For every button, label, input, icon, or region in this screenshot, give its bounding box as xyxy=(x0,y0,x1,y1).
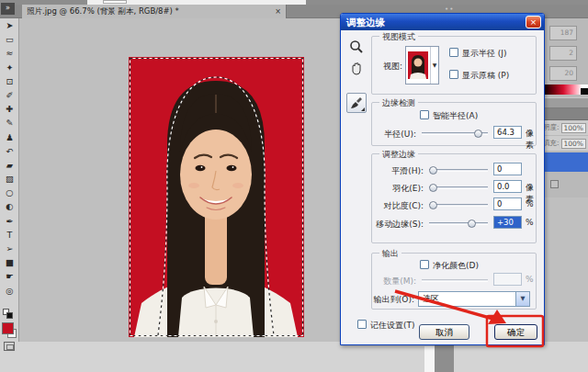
edge-detection-group: 边缘检测 智能半径(A) 半径(U): 64.3 像素 xyxy=(371,102,537,146)
quick-selection-tool[interactable]: ✦ xyxy=(0,61,19,74)
radius-slider[interactable] xyxy=(422,132,488,135)
magnifier-icon xyxy=(349,39,364,54)
remember-settings-checkbox[interactable] xyxy=(357,320,367,329)
view-thumbnail-dropdown[interactable]: ▼ xyxy=(405,46,439,85)
shift-edge-slider[interactable] xyxy=(429,222,488,225)
right-panel-dock: 187 2 20 不透明度: 100% 填充: 100% xyxy=(545,18,588,197)
combo-arrow-icon[interactable]: ▼ xyxy=(515,292,529,306)
color-value-g[interactable]: 2 xyxy=(549,46,577,61)
refine-radius-brush-tool[interactable] xyxy=(346,93,367,113)
shift-edge-value-field[interactable]: +30 xyxy=(493,216,522,229)
fill-value[interactable]: 100% xyxy=(561,139,586,149)
dialog-close-icon[interactable]: × xyxy=(526,16,541,28)
smooth-slider-thumb[interactable] xyxy=(429,166,437,175)
panel-collapse-button[interactable]: » xyxy=(1,3,15,15)
adjust-edge-group: 调整边缘 平滑(H): 0 羽化(E): 0.0 像素 对比度(C): 0 % … xyxy=(371,153,537,243)
shape-tool[interactable]: ■ xyxy=(0,255,19,269)
document-tab[interactable]: 照片.jpg @ 66.7% (背景 副本, RGB/8#) * × xyxy=(22,5,287,18)
view-mode-legend: 视图模式 xyxy=(379,31,418,43)
zoom-tool[interactable]: ◎ xyxy=(0,284,19,298)
opacity-value[interactable]: 100% xyxy=(561,123,586,133)
options-mini-field xyxy=(103,0,127,4)
contrast-unit: % xyxy=(526,199,534,209)
gradient-tool[interactable]: ▨ xyxy=(0,172,19,186)
tab-close-icon[interactable]: × xyxy=(275,7,281,16)
show-original-checkbox[interactable] xyxy=(449,70,458,79)
fill-label: 填充: xyxy=(545,139,560,148)
cancel-button[interactable]: 取消 xyxy=(419,324,469,340)
foreground-color-swatch[interactable] xyxy=(2,322,14,334)
healing-brush-tool[interactable]: ✚ xyxy=(0,102,19,116)
brush-tool[interactable]: ✎ xyxy=(0,116,19,130)
feather-slider[interactable] xyxy=(429,186,488,189)
decontaminate-colors-checkbox[interactable] xyxy=(420,260,429,269)
tools-panel: ➤▭≈✦⊡✐✚✎♟↶▰▨○◐✒T➢■☛◎ xyxy=(0,18,19,342)
output-to-label: 输出到(O): xyxy=(367,294,414,306)
contrast-slider[interactable] xyxy=(429,204,488,207)
refine-edge-dialog: 调整边缘 × 视图模式 视图: ▼ xyxy=(340,13,545,345)
dialog-hand-tool[interactable] xyxy=(346,60,367,80)
feather-slider-thumb[interactable] xyxy=(429,184,437,192)
color-ramp-black-swatch[interactable] xyxy=(581,88,588,95)
smart-radius-checkbox[interactable] xyxy=(420,110,429,119)
marquee-tool[interactable]: ▭ xyxy=(0,32,19,46)
pen-tool[interactable]: ✒ xyxy=(0,214,19,228)
lasso-tool[interactable]: ≈ xyxy=(0,46,19,60)
tab-bar-dots: •• xyxy=(445,6,454,13)
color-value-r[interactable]: 187 xyxy=(549,26,577,40)
contrast-label: 对比度(C): xyxy=(372,200,424,212)
contrast-slider-thumb[interactable] xyxy=(429,201,437,209)
ok-button[interactable]: 确定 xyxy=(494,324,537,340)
smart-radius-label: 智能半径(A) xyxy=(433,110,478,122)
blur-tool[interactable]: ○ xyxy=(0,186,19,199)
photo-document[interactable] xyxy=(129,57,304,337)
background-white-block xyxy=(424,346,435,372)
panel-header[interactable] xyxy=(545,97,588,108)
contrast-value-field[interactable]: 0 xyxy=(493,197,522,210)
document-title: 照片.jpg @ 66.7% (背景 副本, RGB/8#) * xyxy=(27,6,271,17)
remember-settings-label: 记住设置(T) xyxy=(370,320,415,332)
path-select-tool[interactable]: ➢ xyxy=(0,242,19,255)
smooth-slider[interactable] xyxy=(429,169,488,172)
layers-opacity-row: 不透明度: 100% xyxy=(545,120,588,135)
view-dropdown-arrow-icon[interactable]: ▼ xyxy=(430,47,438,84)
amount-slider xyxy=(422,279,488,282)
color-value-b[interactable]: 20 xyxy=(549,66,577,81)
view-thumbnail-image xyxy=(408,49,428,82)
radius-slider-thumb[interactable] xyxy=(474,130,482,138)
view-mode-group: 视图模式 视图: ▼ 显示半径 (J) 显示原稿 (P) xyxy=(371,36,537,95)
feather-value-field[interactable]: 0.0 xyxy=(493,180,522,193)
tool-flyout-indicator xyxy=(361,107,365,111)
output-to-dropdown[interactable]: 选区 ▼ xyxy=(418,291,530,307)
shift-edge-slider-thumb[interactable] xyxy=(468,220,476,228)
radius-unit: 像素 xyxy=(526,128,536,152)
screen-mode-icon[interactable] xyxy=(4,342,15,351)
selected-layer-row[interactable] xyxy=(545,152,588,172)
eyedropper-tool[interactable]: ✐ xyxy=(0,88,19,102)
edge-detection-legend: 边缘检测 xyxy=(379,97,418,109)
crop-tool[interactable]: ⊡ xyxy=(0,74,19,88)
show-original-label: 显示原稿 (P) xyxy=(462,70,509,82)
amount-unit: % xyxy=(526,275,534,284)
dodge-tool[interactable]: ◐ xyxy=(0,199,19,213)
radius-label: 半径(U): xyxy=(379,129,416,141)
shift-edge-label: 移动边缘(S): xyxy=(363,219,424,231)
swap-colors-icon[interactable] xyxy=(6,312,13,319)
layer-panel-icon[interactable] xyxy=(550,180,559,188)
output-legend: 输出 xyxy=(379,248,401,260)
eraser-tool[interactable]: ▰ xyxy=(0,158,19,172)
show-radius-checkbox[interactable] xyxy=(449,48,458,57)
hand-icon xyxy=(349,62,364,76)
hand-tool[interactable]: ☛ xyxy=(0,269,19,283)
layers-panel-header[interactable] xyxy=(545,108,588,120)
smooth-value-field[interactable]: 0 xyxy=(493,163,522,175)
amount-label: 数量(M): xyxy=(376,276,416,287)
move-tool[interactable]: ➤ xyxy=(0,18,19,32)
dialog-zoom-tool[interactable] xyxy=(346,38,367,58)
type-tool[interactable]: T xyxy=(0,228,19,242)
window-bottom-strip xyxy=(0,342,588,372)
history-brush-tool[interactable]: ↶ xyxy=(0,144,19,158)
clone-stamp-tool[interactable]: ♟ xyxy=(0,130,19,144)
dialog-title[interactable]: 调整边缘 xyxy=(341,14,544,30)
radius-value-field[interactable]: 64.3 xyxy=(493,126,522,139)
